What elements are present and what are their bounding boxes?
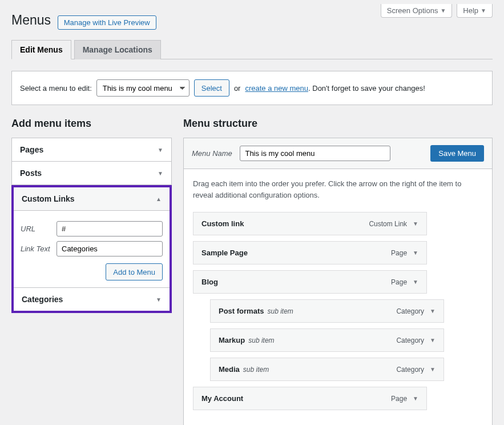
tail-text: . Don't forget to save your changes!	[308, 84, 425, 93]
menu-item-title: Media	[219, 365, 240, 374]
menu-item-type: Category	[396, 366, 424, 374]
select-button[interactable]: Select	[194, 79, 229, 97]
accordion-custom-links-header[interactable]: Custom Links ▲	[14, 187, 170, 210]
chevron-down-icon[interactable]: ▼	[413, 220, 418, 227]
menu-item[interactable]: Mediasub itemCategory▼	[210, 358, 444, 381]
menu-item[interactable]: BlogPage▼	[193, 270, 427, 294]
chevron-up-icon: ▲	[156, 196, 162, 202]
accordion-posts[interactable]: Posts ▼	[11, 162, 172, 185]
menu-item-title: Post formats	[219, 307, 264, 315]
menu-item-type: Category	[396, 336, 424, 344]
tabs: Edit Menus Manage Locations	[11, 40, 493, 59]
or-text: or	[234, 84, 241, 93]
accordion-custom-links: Custom Links ▲ URL Link Text	[14, 187, 170, 288]
page-title: Menus	[11, 0, 51, 28]
menu-items-list: Custom linkCustom Link▼Sample PagePage▼B…	[193, 212, 483, 410]
menu-item-title: Sample Page	[201, 248, 248, 257]
chevron-down-icon: ▼	[158, 147, 163, 153]
menu-item-sub-label: sub item	[248, 336, 274, 344]
manage-live-preview-button[interactable]: Manage with Live Preview	[58, 15, 156, 30]
chevron-down-icon: ▼	[440, 7, 446, 14]
select-menu-label: Select a menu to edit:	[20, 84, 92, 93]
accordion-posts-label: Posts	[20, 169, 42, 178]
menu-item-type: Page	[391, 249, 407, 257]
menu-item[interactable]: Custom linkCustom Link▼	[193, 212, 427, 235]
tab-edit-menus[interactable]: Edit Menus	[11, 40, 71, 59]
chevron-down-icon: ▼	[158, 170, 163, 177]
menu-structure-heading: Menu structure	[183, 118, 493, 130]
chevron-down-icon[interactable]: ▼	[413, 279, 418, 285]
chevron-down-icon: ▼	[156, 296, 162, 303]
accordion-custom-links-label: Custom Links	[22, 194, 75, 203]
chevron-down-icon: ▼	[481, 7, 486, 14]
menu-item-title: Custom link	[201, 219, 244, 228]
accordion-categories-label: Categories	[22, 295, 63, 304]
screen-options-label: Screen Options	[387, 6, 438, 15]
highlight-box: Custom Links ▲ URL Link Text	[11, 185, 172, 313]
add-menu-items-heading: Add menu items	[11, 118, 172, 130]
menu-item-type: Page	[391, 278, 407, 286]
help-label: Help	[463, 6, 478, 15]
save-menu-button[interactable]: Save Menu	[430, 145, 484, 162]
menu-frame: Drag each item into the order you prefer…	[183, 169, 493, 425]
menu-settings-header: Menu Name Save Menu	[183, 138, 493, 169]
menu-item-title: Markup	[219, 336, 245, 344]
tab-manage-locations[interactable]: Manage Locations	[74, 40, 161, 59]
link-text-label: Link Text	[21, 244, 51, 253]
url-label: URL	[21, 224, 51, 233]
url-input[interactable]	[57, 221, 163, 236]
chevron-down-icon[interactable]: ▼	[430, 337, 436, 343]
menu-item[interactable]: My AccountPage▼	[193, 387, 427, 410]
menu-item[interactable]: Sample PagePage▼	[193, 241, 427, 264]
menu-item-type: Custom Link	[369, 220, 407, 228]
chevron-down-icon[interactable]: ▼	[430, 308, 436, 314]
menu-item-type: Category	[396, 307, 424, 315]
menu-item-type: Page	[391, 395, 407, 403]
menu-name-input[interactable]	[240, 146, 390, 161]
create-new-menu-link[interactable]: create a new menu	[245, 84, 308, 93]
menu-item[interactable]: Markupsub itemCategory▼	[210, 328, 444, 352]
add-to-menu-button[interactable]: Add to Menu	[106, 263, 163, 280]
link-text-input[interactable]	[57, 241, 163, 256]
accordion-pages-label: Pages	[20, 145, 43, 154]
screen-options-button[interactable]: Screen Options ▼	[381, 4, 453, 18]
help-button[interactable]: Help ▼	[457, 4, 493, 18]
chevron-down-icon[interactable]: ▼	[413, 250, 418, 256]
chevron-down-icon[interactable]: ▼	[413, 395, 418, 402]
accordion-categories[interactable]: Categories ▼	[14, 288, 170, 311]
menu-item-title: Blog	[201, 278, 218, 286]
menu-item-sub-label: sub item	[267, 307, 293, 315]
menu-item-sub-label: sub item	[243, 366, 269, 374]
menu-select[interactable]: This is my cool menu	[96, 79, 189, 97]
menu-name-label: Menu Name	[192, 149, 232, 158]
help-text: Drag each item into the order you prefer…	[193, 178, 483, 201]
menu-item-title: My Account	[201, 394, 243, 403]
menu-select-bar: Select a menu to edit: This is my cool m…	[11, 71, 493, 105]
chevron-down-icon[interactable]: ▼	[430, 366, 436, 372]
menu-item[interactable]: Post formatssub itemCategory▼	[210, 299, 444, 323]
accordion-pages[interactable]: Pages ▼	[11, 138, 172, 162]
